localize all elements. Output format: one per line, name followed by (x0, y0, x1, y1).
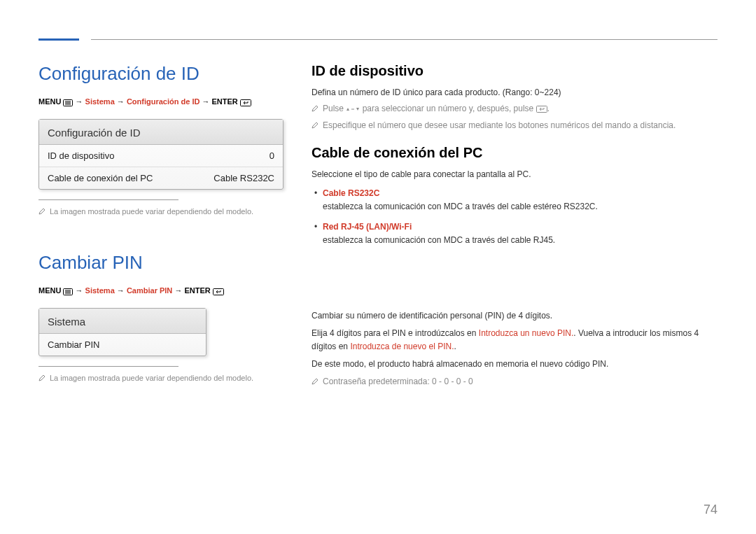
note-text-part: para seleccionar un número y, después, p… (360, 104, 536, 113)
pc-cable-list: Cable RS232C establezca la comunicación … (312, 187, 718, 248)
enter-icon (213, 287, 224, 295)
pencil-icon (38, 206, 46, 218)
right-column: ID de dispositivo Defina un número de ID… (312, 63, 718, 392)
menu-row-value: 0 (270, 150, 274, 161)
menu-row-label: Cable de conexión del PC (48, 173, 153, 183)
pc-cable-desc: Seleccione el tipo de cable para conecta… (312, 168, 718, 181)
breadcrumb-arrow: → (117, 286, 125, 295)
breadcrumb-enter-label: ENTER (212, 97, 238, 106)
breadcrumb-config: Configuración de ID (127, 97, 200, 106)
enter-icon (240, 98, 251, 106)
section-title-change-pin: Cambiar PIN (38, 252, 284, 274)
list-item-title: Red RJ-45 (LAN)/Wi-Fi (323, 222, 412, 232)
pencil-icon (312, 376, 318, 389)
menu-box-header: Configuración de ID (39, 120, 283, 145)
breadcrumb-arrow: → (76, 286, 83, 295)
list-item-rs232c: Cable RS232C establezca la comunicación … (312, 187, 718, 213)
menu-box-header: Sistema (39, 309, 206, 334)
footnote-config-id: La imagen mostrada puede variar dependie… (38, 206, 284, 218)
menu-box-config-id: Configuración de ID ID de dispositivo 0 … (38, 119, 284, 190)
up-down-icon (346, 104, 360, 113)
breadcrumb-system: Sistema (85, 286, 115, 295)
note-text: Pulse para seleccionar un número y, desp… (323, 102, 550, 115)
page-content: Configuración de ID MENU → Sistema → Con… (38, 63, 718, 392)
enter-icon (536, 104, 547, 113)
menu-row-value: Cable RS232C (214, 173, 274, 183)
top-accent-bar (38, 38, 79, 41)
menu-row-change-pin[interactable]: Cambiar PIN (39, 334, 206, 356)
menu-row-label: Cambiar PIN (48, 339, 99, 350)
pin-desc-2: Elija 4 dígitos para el PIN e introdúzca… (312, 327, 718, 353)
pencil-icon (312, 120, 318, 133)
left-column: Configuración de ID MENU → Sistema → Con… (38, 63, 284, 392)
device-id-note-2: Especifique el número que desee usar med… (312, 119, 718, 133)
breadcrumb-system: Sistema (85, 97, 115, 106)
breadcrumb-change-pin: Cambiar PIN (127, 286, 172, 295)
menu-row-label: ID de dispositivo (48, 150, 114, 161)
note-text: Especifique el número que desee usar med… (323, 119, 676, 132)
footnote-text: La imagen mostrada puede variar dependie… (50, 372, 253, 384)
page-number: 74 (704, 503, 718, 517)
list-item-title: Cable RS232C (323, 188, 379, 198)
note-text-part: . (547, 104, 550, 113)
list-item-text: establezca la comunicación con MDC a tra… (323, 202, 598, 211)
menu-box-system: Sistema Cambiar PIN (38, 308, 206, 356)
breadcrumb-arrow: → (117, 97, 125, 106)
note-text: Contraseña predeterminada: 0 - 0 - 0 - 0 (323, 375, 473, 388)
menu-icon (63, 98, 73, 106)
pin-desc-1: Cambiar su número de identificación pers… (312, 309, 718, 323)
pin-desc-3: De este modo, el producto habrá almacena… (312, 358, 718, 371)
breadcrumb-config-id: MENU → Sistema → Configuración de ID → E… (38, 97, 284, 106)
note-text-part: Pulse (323, 104, 346, 113)
list-item-text: establezca la comunicación con MDC a tra… (323, 235, 555, 245)
device-id-desc: Defina un número de ID único para cada p… (312, 86, 718, 99)
top-horizontal-rule (91, 39, 718, 40)
footnote-change-pin: La imagen mostrada puede variar dependie… (38, 372, 284, 385)
pin-red-part: Introduzca un nuevo PIN. (479, 328, 573, 338)
breadcrumb-menu-label: MENU (38, 286, 61, 295)
pencil-icon (38, 373, 46, 385)
breadcrumb-arrow: → (174, 286, 182, 295)
heading-device-id: ID de dispositivo (312, 63, 718, 79)
heading-pc-cable: Cable de conexión del PC (312, 145, 718, 161)
pin-default-note: Contraseña predeterminada: 0 - 0 - 0 - 0 (312, 375, 718, 389)
pin-text-part: Elija 4 dígitos para el PIN e introdúzca… (312, 328, 479, 338)
breadcrumb-enter-label: ENTER (184, 286, 210, 295)
menu-icon (63, 287, 73, 295)
pin-text-part: . (454, 342, 456, 351)
breadcrumb-arrow: → (76, 97, 83, 106)
list-item-rj45: Red RJ-45 (LAN)/Wi-Fi establezca la comu… (312, 220, 718, 247)
section-title-config-id: Configuración de ID (38, 63, 284, 85)
menu-row-device-id[interactable]: ID de dispositivo 0 (39, 145, 283, 167)
menu-row-pc-cable[interactable]: Cable de conexión del PC Cable RS232C (39, 167, 283, 189)
pin-red-part: Introduzca de nuevo el PIN. (350, 342, 454, 351)
device-id-note-1: Pulse para seleccionar un número y, desp… (312, 102, 718, 116)
breadcrumb-change-pin: MENU → Sistema → Cambiar PIN → ENTER (38, 286, 284, 295)
breadcrumb-arrow: → (202, 97, 209, 106)
divider (38, 199, 178, 200)
divider (38, 366, 178, 367)
footnote-text: La imagen mostrada puede variar dependie… (50, 206, 253, 218)
breadcrumb-menu-label: MENU (38, 97, 61, 106)
pencil-icon (312, 103, 318, 116)
